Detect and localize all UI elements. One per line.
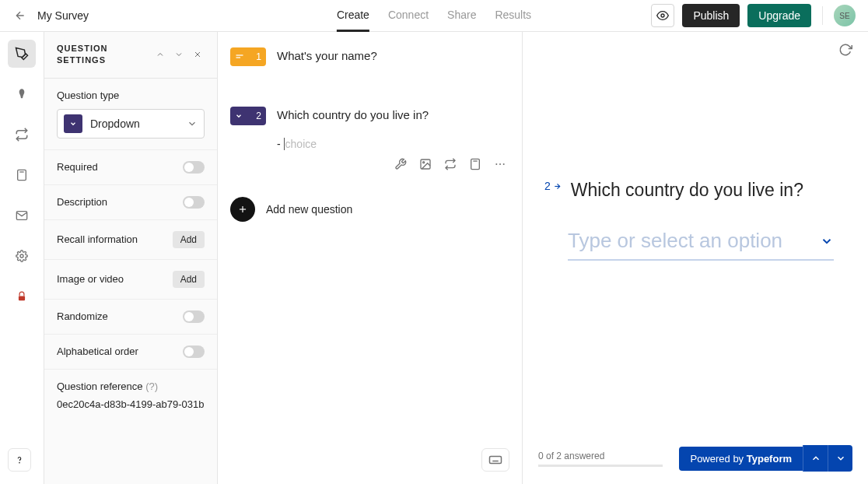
ref-value: 0ec20c4a-d83b-4199-ab79-031b3b [57, 398, 205, 410]
tab-connect[interactable]: Connect [388, 0, 429, 32]
keyboard-button[interactable] [481, 448, 509, 472]
ref-label: Question reference (?) [57, 381, 205, 392]
wrench-icon[interactable] [394, 158, 407, 170]
rail-calculator-icon[interactable] [8, 161, 36, 189]
rail-content-icon[interactable] [8, 40, 36, 68]
settings-title: QUESTION SETTINGS [57, 43, 153, 67]
nav-down-button[interactable] [828, 445, 852, 472]
svg-point-20 [495, 163, 497, 165]
svg-point-21 [499, 163, 501, 165]
question-row-1[interactable]: 1 What's your name? [230, 43, 509, 71]
powered-by-badge[interactable]: Powered by Typeform [679, 447, 803, 471]
progress-bar [538, 465, 663, 467]
question-row-2[interactable]: 2 Which country do you live in? [230, 102, 509, 130]
svg-point-22 [503, 163, 505, 165]
svg-rect-10 [19, 296, 25, 300]
required-toggle[interactable] [183, 161, 205, 174]
nav-up-button[interactable] [803, 445, 828, 472]
dropdown-icon [235, 112, 243, 120]
choice-input[interactable]: - choice [277, 138, 509, 150]
description-label: Description [57, 196, 107, 208]
question-text-1: What's your name? [277, 47, 377, 62]
svg-rect-1 [18, 170, 26, 180]
plus-icon [230, 197, 255, 222]
preview-placeholder: Type or select an option [568, 229, 820, 253]
qtype-label: Question type [57, 89, 205, 101]
help-button[interactable] [8, 448, 31, 472]
dropdown-type-icon [64, 114, 82, 133]
publish-button[interactable]: Publish [682, 4, 740, 27]
question-badge-2: 2 [230, 107, 266, 125]
alpha-label: Alphabetical order [57, 345, 138, 357]
back-arrow[interactable] [12, 8, 28, 23]
settings-down-icon[interactable] [172, 47, 186, 61]
divider [822, 6, 823, 25]
avatar[interactable]: SE [834, 5, 856, 26]
recall-label: Recall information [57, 233, 138, 245]
svg-point-0 [661, 14, 664, 17]
image-label: Image or video [57, 273, 124, 285]
survey-title[interactable]: My Survey [37, 9, 89, 22]
tab-results[interactable]: Results [495, 0, 531, 32]
qtype-value: Dropdown [90, 117, 187, 130]
rail-lock-icon[interactable] [8, 282, 36, 310]
rail-logic-icon[interactable] [8, 121, 36, 149]
preview-button[interactable] [651, 4, 674, 27]
svg-rect-25 [490, 457, 502, 464]
short-text-icon [235, 52, 244, 61]
randomize-toggle[interactable] [183, 310, 205, 323]
description-toggle[interactable] [183, 196, 205, 209]
rail-settings-icon[interactable] [8, 242, 36, 270]
required-label: Required [57, 161, 98, 173]
chevron-down-icon [187, 118, 198, 129]
question-text-2: Which country do you live in? [277, 107, 429, 121]
svg-point-9 [20, 254, 23, 258]
add-question-label: Add new question [266, 203, 352, 216]
qtype-select[interactable]: Dropdown [57, 109, 205, 139]
preview-question-text: Which country do you live in? [571, 180, 803, 201]
svg-rect-18 [471, 159, 480, 169]
refresh-button[interactable] [838, 43, 852, 57]
rail-mail-icon[interactable] [8, 202, 36, 230]
rail-design-icon[interactable] [8, 80, 36, 108]
preview-dropdown-input[interactable]: Type or select an option [568, 229, 834, 261]
answered-text: 0 of 2 answered [538, 451, 663, 461]
question-badge-1: 1 [230, 47, 266, 66]
upgrade-button[interactable]: Upgrade [747, 4, 811, 27]
image-icon[interactable] [419, 158, 432, 170]
recall-add-button[interactable]: Add [173, 231, 205, 248]
svg-point-11 [19, 462, 20, 463]
image-add-button[interactable]: Add [173, 271, 205, 288]
chevron-down-icon [820, 234, 834, 248]
add-question-button[interactable]: Add new question [230, 197, 509, 222]
more-icon[interactable] [494, 158, 506, 170]
calc-icon[interactable] [469, 158, 481, 170]
logic-icon[interactable] [444, 158, 457, 170]
settings-close-icon[interactable] [191, 47, 205, 61]
preview-question-number: 2 [544, 180, 562, 192]
settings-up-icon[interactable] [153, 47, 167, 61]
tab-share[interactable]: Share [447, 0, 476, 32]
tab-create[interactable]: Create [337, 0, 369, 32]
alpha-toggle[interactable] [183, 345, 205, 358]
randomize-label: Randomize [57, 310, 108, 322]
svg-point-17 [423, 162, 425, 163]
